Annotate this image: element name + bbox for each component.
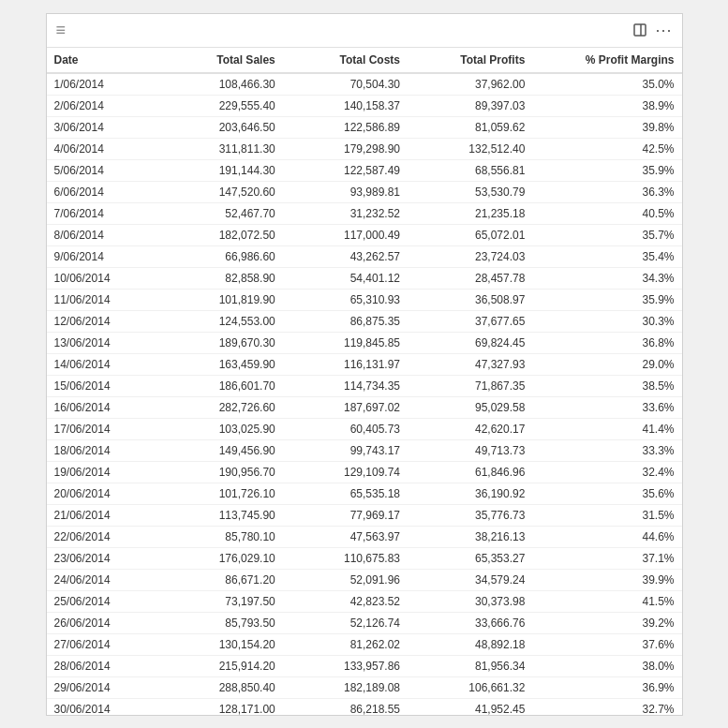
cell-10-4: 35.9% xyxy=(532,289,681,310)
cell-14-4: 38.5% xyxy=(532,375,681,396)
table-row: 27/06/2014130,154.2081,262.0248,892.1837… xyxy=(47,633,682,655)
cell-1-1: 229,555.40 xyxy=(149,95,283,116)
table-wrapper[interactable]: Date Total Sales Total Costs Total Profi… xyxy=(47,48,682,715)
cell-19-3: 36,190.92 xyxy=(408,483,532,504)
cell-0-2: 70,504.30 xyxy=(283,73,408,96)
cell-6-1: 52,467.70 xyxy=(149,202,283,224)
cell-20-0: 21/06/2014 xyxy=(47,504,149,526)
cell-29-4: 32.7% xyxy=(532,698,681,715)
header-icons: ··· xyxy=(632,21,672,40)
cell-21-2: 47,563.97 xyxy=(283,526,408,547)
cell-26-3: 48,892.18 xyxy=(408,633,532,655)
cell-22-4: 37.1% xyxy=(532,547,681,569)
cell-1-4: 38.9% xyxy=(532,95,681,116)
table-row: 30/06/2014128,171.0086,218.5541,952.4532… xyxy=(47,698,682,715)
cell-16-0: 17/06/2014 xyxy=(47,418,149,439)
table-row: 16/06/2014282,726.60187,697.0295,029.583… xyxy=(47,396,682,418)
table-row: 11/06/2014101,819.9065,310.9336,508.9735… xyxy=(47,289,682,310)
cell-23-0: 24/06/2014 xyxy=(47,569,149,590)
cell-11-2: 86,875.35 xyxy=(283,310,408,332)
cell-19-2: 65,535.18 xyxy=(283,483,408,504)
col-header-total-sales: Total Sales xyxy=(149,48,283,73)
cell-12-3: 69,824.45 xyxy=(408,332,532,353)
cell-17-2: 99,743.17 xyxy=(283,439,408,461)
cell-24-3: 30,373.98 xyxy=(408,590,532,612)
cell-25-3: 33,666.76 xyxy=(408,612,532,633)
cell-5-4: 36.3% xyxy=(532,181,681,202)
cell-1-0: 2/06/2014 xyxy=(47,95,149,116)
cell-6-2: 31,232.52 xyxy=(283,202,408,224)
cell-25-4: 39.2% xyxy=(532,612,681,633)
cell-14-2: 114,734.35 xyxy=(283,375,408,396)
cell-10-0: 11/06/2014 xyxy=(47,289,149,310)
cell-27-0: 28/06/2014 xyxy=(47,655,149,676)
cell-2-4: 39.8% xyxy=(532,116,681,138)
cell-18-4: 32.4% xyxy=(532,461,681,483)
table-row: 15/06/2014186,601.70114,734.3571,867.353… xyxy=(47,375,682,396)
cell-5-3: 53,530.79 xyxy=(408,181,532,202)
cell-4-0: 5/06/2014 xyxy=(47,159,149,181)
cell-27-4: 38.0% xyxy=(532,655,681,676)
cell-13-2: 116,131.97 xyxy=(283,353,408,375)
cell-24-0: 25/06/2014 xyxy=(47,590,149,612)
cell-0-1: 108,466.30 xyxy=(149,73,283,96)
cell-19-0: 20/06/2014 xyxy=(47,483,149,504)
cell-0-4: 35.0% xyxy=(532,73,681,96)
cell-7-3: 65,072.01 xyxy=(408,224,532,245)
table-row: 21/06/2014113,745.9077,969.1735,776.7331… xyxy=(47,504,682,526)
cell-0-3: 37,962.00 xyxy=(408,73,532,96)
cell-7-4: 35.7% xyxy=(532,224,681,245)
table-row: 10/06/201482,858.9054,401.1228,457.7834.… xyxy=(47,267,682,289)
cell-7-1: 182,072.50 xyxy=(149,224,283,245)
cell-15-1: 282,726.60 xyxy=(149,396,283,418)
cell-12-0: 13/06/2014 xyxy=(47,332,149,353)
table-row: 26/06/201485,793.5052,126.7433,666.7639.… xyxy=(47,612,682,633)
table-row: 13/06/2014189,670.30119,845.8569,824.453… xyxy=(47,332,682,353)
cell-29-0: 30/06/2014 xyxy=(47,698,149,715)
col-header-total-costs: Total Costs xyxy=(283,48,408,73)
cell-26-4: 37.6% xyxy=(532,633,681,655)
cell-16-3: 42,620.17 xyxy=(408,418,532,439)
cell-12-2: 119,845.85 xyxy=(283,332,408,353)
cell-22-0: 23/06/2014 xyxy=(47,547,149,569)
cell-4-3: 68,556.81 xyxy=(408,159,532,181)
cell-0-0: 1/06/2014 xyxy=(47,73,149,96)
cell-17-3: 49,713.73 xyxy=(408,439,532,461)
cell-2-1: 203,646.50 xyxy=(149,116,283,138)
table-header-row: Date Total Sales Total Costs Total Profi… xyxy=(47,48,682,73)
cell-24-1: 73,197.50 xyxy=(149,590,283,612)
cell-28-4: 36.9% xyxy=(532,676,681,698)
cell-5-2: 93,989.81 xyxy=(283,181,408,202)
table-row: 9/06/201466,986.6043,262.5723,724.0335.4… xyxy=(47,245,682,267)
cell-8-3: 23,724.03 xyxy=(408,245,532,267)
cell-21-3: 38,216.13 xyxy=(408,526,532,547)
cell-18-1: 190,956.70 xyxy=(149,461,283,483)
cell-25-2: 52,126.74 xyxy=(283,612,408,633)
cell-13-0: 14/06/2014 xyxy=(47,353,149,375)
cell-14-0: 15/06/2014 xyxy=(47,375,149,396)
drag-handle-icon: ≡ xyxy=(56,21,68,40)
cell-7-0: 8/06/2014 xyxy=(47,224,149,245)
cell-21-4: 44.6% xyxy=(532,526,681,547)
cell-14-1: 186,601.70 xyxy=(149,375,283,396)
cell-8-4: 35.4% xyxy=(532,245,681,267)
cell-16-4: 41.4% xyxy=(532,418,681,439)
cell-3-3: 132,512.40 xyxy=(408,138,532,159)
table-row: 2/06/2014229,555.40140,158.3789,397.0338… xyxy=(47,95,682,116)
cell-21-1: 85,780.10 xyxy=(149,526,283,547)
drag-handle[interactable]: ≡ xyxy=(56,21,68,40)
table-row: 28/06/2014215,914.20133,957.8681,956.343… xyxy=(47,655,682,676)
cell-10-1: 101,819.90 xyxy=(149,289,283,310)
cell-3-2: 179,298.90 xyxy=(283,138,408,159)
cell-20-2: 77,969.17 xyxy=(283,504,408,526)
expand-icon[interactable] xyxy=(632,22,647,37)
widget-header: ≡ ··· xyxy=(47,14,682,48)
cell-10-3: 36,508.97 xyxy=(408,289,532,310)
cell-11-1: 124,553.00 xyxy=(149,310,283,332)
cell-1-2: 140,158.37 xyxy=(283,95,408,116)
more-options-icon[interactable]: ··· xyxy=(655,21,672,40)
cell-4-1: 191,144.30 xyxy=(149,159,283,181)
table-row: 3/06/2014203,646.50122,586.8981,059.6239… xyxy=(47,116,682,138)
cell-23-1: 86,671.20 xyxy=(149,569,283,590)
cell-21-0: 22/06/2014 xyxy=(47,526,149,547)
